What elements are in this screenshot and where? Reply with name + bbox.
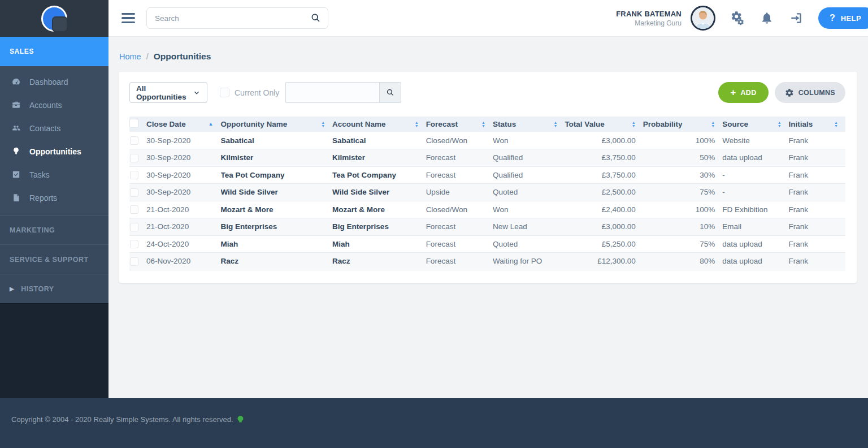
- settings-cogs-icon[interactable]: [730, 11, 745, 25]
- cell-total-value: £3,000.00: [565, 218, 643, 236]
- breadcrumb-home-link[interactable]: Home: [119, 52, 141, 61]
- sidebar-filler: [0, 303, 108, 398]
- question-mark-icon: ?: [830, 13, 835, 23]
- hamburger-menu-icon[interactable]: [121, 13, 135, 24]
- cell-account-name: Sabatical: [332, 132, 426, 149]
- current-only-checkbox[interactable]: [220, 88, 229, 97]
- column-label: Account Name: [332, 120, 386, 128]
- cell-total-value: £3,750.00: [565, 166, 643, 184]
- list-search-button[interactable]: [379, 82, 401, 103]
- cell-source: data upload: [722, 235, 788, 253]
- cell-close-date: 30-Sep-2020: [146, 166, 220, 184]
- column-label: Close Date: [146, 120, 186, 128]
- select-all-checkbox[interactable]: [129, 119, 138, 128]
- cell-total-value: £3,000.00: [565, 132, 643, 149]
- cell-forecast: Closed/Won: [426, 201, 493, 218]
- cell-opportunity-name: Wild Side Silver: [221, 184, 333, 201]
- table-row[interactable]: 30-Sep-2020Tea Pot CompanyTea Pot Compan…: [129, 166, 845, 184]
- chevron-down-icon: [193, 89, 201, 97]
- sidebar-section-marketing[interactable]: MARKETING: [0, 215, 108, 244]
- opportunities-table: Close Date▲Opportunity Name▲▼Account Nam…: [129, 117, 845, 270]
- user-info[interactable]: FRANK BATEMAN Marketing Guru: [616, 10, 682, 27]
- sidebar-section-label: HISTORY: [21, 285, 54, 293]
- row-checkbox-cell: [129, 132, 146, 149]
- table-row[interactable]: 30-Sep-2020SabaticalSabaticalClosed/WonW…: [129, 132, 845, 149]
- cell-account-name: Racz: [332, 253, 426, 270]
- sidebar-item-label: Reports: [29, 193, 57, 203]
- row-checkbox[interactable]: [130, 205, 138, 214]
- column-header-probability[interactable]: Probability▲▼: [643, 117, 722, 132]
- copyright-text: Copyright © 2004 - 2020 Really Simple Sy…: [11, 415, 233, 424]
- cell-opportunity-name: Racz: [221, 253, 333, 270]
- cell-probability: 100%: [643, 132, 722, 149]
- table-header-row: Close Date▲Opportunity Name▲▼Account Nam…: [129, 117, 845, 132]
- column-header-account-name[interactable]: Account Name▲▼: [332, 117, 426, 132]
- sidebar-section-service-support[interactable]: SERVICE & SUPPORT: [0, 244, 108, 274]
- notifications-bell-icon[interactable]: [760, 11, 774, 25]
- add-button[interactable]: + ADD: [718, 82, 768, 103]
- cell-initials: Frank: [789, 166, 845, 184]
- sort-both-icon: ▲▼: [711, 121, 715, 128]
- row-checkbox[interactable]: [130, 257, 138, 266]
- cell-probability: 30%: [643, 166, 722, 184]
- table-row[interactable]: 06-Nov-2020RaczRaczForecastWaiting for P…: [129, 253, 845, 270]
- column-header-forecast[interactable]: Forecast▲▼: [426, 117, 493, 132]
- list-search-input[interactable]: [285, 82, 379, 103]
- sign-out-icon[interactable]: [789, 11, 804, 25]
- cell-status: Quoted: [493, 235, 565, 253]
- view-filter-select[interactable]: All Opportunities: [129, 82, 207, 103]
- table-row[interactable]: 30-Sep-2020KilmisterKilmisterForecastQua…: [129, 149, 845, 167]
- table-row[interactable]: 30-Sep-2020Wild Side SilverWild Side Sil…: [129, 184, 845, 201]
- row-checkbox-cell: [129, 184, 146, 201]
- table-row[interactable]: 24-Oct-2020MiahMiahForecastQuoted£5,250.…: [129, 235, 845, 253]
- cell-close-date: 21-Oct-2020: [146, 218, 220, 236]
- content-area: Home / Opportunities All Opportunities C…: [108, 37, 868, 398]
- column-header-total-value[interactable]: Total Value▲▼: [565, 117, 643, 132]
- row-checkbox[interactable]: [130, 223, 138, 231]
- sidebar-item-tasks[interactable]: Tasks: [0, 163, 108, 186]
- sidebar-item-dashboard[interactable]: Dashboard: [0, 70, 108, 93]
- columns-button[interactable]: COLUMNS: [775, 82, 845, 103]
- columns-button-label: COLUMNS: [798, 89, 835, 97]
- sidebar-item-label: Contacts: [29, 124, 60, 133]
- table-row[interactable]: 21-Oct-2020Mozart & MoreMozart & MoreClo…: [129, 201, 845, 218]
- cell-account-name: Big Enterprises: [332, 218, 426, 236]
- row-checkbox[interactable]: [130, 154, 138, 162]
- sidebar-item-contacts[interactable]: Contacts: [0, 117, 108, 140]
- row-checkbox[interactable]: [130, 240, 138, 248]
- column-label: Source: [722, 120, 748, 128]
- sidebar-item-reports[interactable]: Reports: [0, 186, 108, 209]
- cell-initials: Frank: [789, 218, 845, 236]
- column-label: Initials: [789, 120, 813, 128]
- avatar[interactable]: [691, 6, 715, 31]
- row-checkbox[interactable]: [130, 188, 138, 197]
- column-header-status[interactable]: Status▲▼: [493, 117, 565, 132]
- sidebar-section-sales[interactable]: SALES: [0, 37, 108, 66]
- cell-opportunity-name: Miah: [221, 235, 333, 253]
- sidebar-item-opportunities[interactable]: Opportunities: [0, 140, 108, 163]
- help-button[interactable]: ? HELP: [818, 7, 868, 29]
- column-label: Forecast: [426, 120, 458, 128]
- column-header-initials[interactable]: Initials▲▼: [789, 117, 845, 132]
- table-row[interactable]: 21-Oct-2020Big EnterprisesBig Enterprise…: [129, 218, 845, 236]
- global-search-input[interactable]: [146, 7, 328, 29]
- row-checkbox[interactable]: [130, 136, 138, 145]
- search-icon[interactable]: [310, 12, 322, 24]
- sidebar-item-accounts[interactable]: Accounts: [0, 93, 108, 117]
- cell-opportunity-name: Kilmister: [221, 149, 333, 167]
- search-icon: [385, 88, 395, 97]
- column-header-close-date[interactable]: Close Date▲: [146, 117, 220, 132]
- sidebar-section-label: MARKETING: [10, 226, 55, 234]
- sort-both-icon: ▲▼: [778, 121, 782, 128]
- app-window: SALES Dashboard Accounts: [0, 0, 868, 448]
- cell-forecast: Forecast: [426, 235, 493, 253]
- column-header-source[interactable]: Source▲▼: [722, 117, 788, 132]
- eco-tree-icon: [236, 415, 245, 424]
- app-logo[interactable]: [41, 6, 67, 32]
- row-checkbox-cell: [129, 235, 146, 253]
- row-checkbox[interactable]: [130, 171, 138, 179]
- sidebar-section-history[interactable]: ▶ HISTORY: [0, 274, 108, 303]
- column-header-opportunity-name[interactable]: Opportunity Name▲▼: [221, 117, 333, 132]
- plus-icon: +: [730, 88, 736, 97]
- gear-icon: [785, 88, 794, 97]
